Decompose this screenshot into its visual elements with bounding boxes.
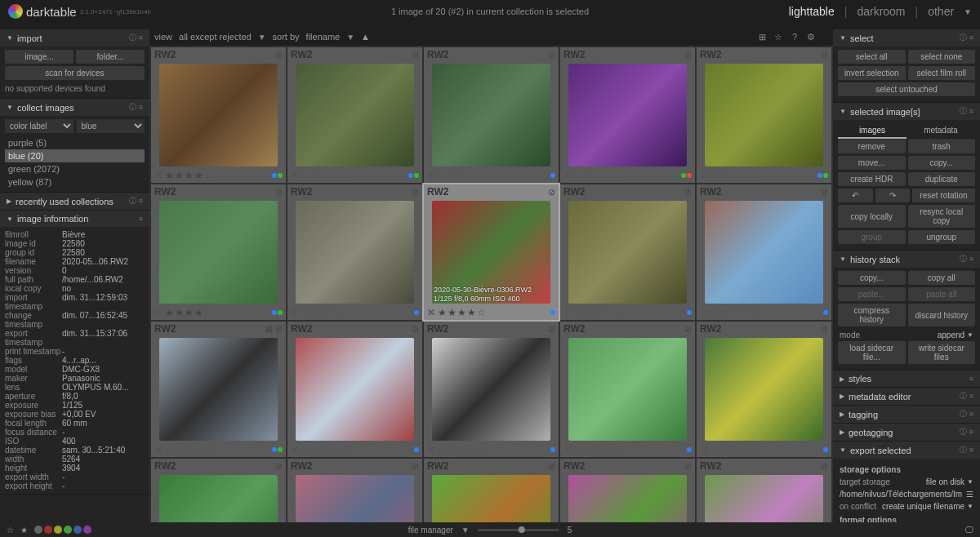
color-dots[interactable]	[681, 173, 692, 178]
reject-icon[interactable]: ✕	[700, 444, 708, 455]
group-button[interactable]: group	[838, 230, 906, 244]
color-dots[interactable]	[550, 310, 555, 315]
star-rating[interactable]: ☆☆☆☆☆	[710, 307, 760, 318]
color-dots[interactable]	[823, 310, 828, 315]
thumb-image[interactable]	[296, 201, 414, 304]
rotate-left-button[interactable]: ↶	[838, 189, 873, 202]
collect-item[interactable]: yellow (87)	[5, 175, 145, 189]
reject-icon[interactable]: ✕	[154, 307, 163, 318]
star-0-icon[interactable]: ☆	[7, 526, 14, 535]
star-rating[interactable]: ☆☆☆☆☆	[574, 170, 623, 181]
sort-field[interactable]: filename	[306, 32, 341, 42]
select-filmroll-button[interactable]: select film roll	[908, 66, 976, 80]
color-dots[interactable]	[414, 447, 419, 452]
reject-icon[interactable]: ✕	[427, 307, 435, 318]
recent-header[interactable]: ▶recently used collectionsⓘ ≡	[0, 193, 149, 210]
color-dots[interactable]	[550, 173, 555, 178]
color-dots[interactable]	[550, 447, 555, 452]
scan-devices-button[interactable]: scan for devices	[5, 66, 145, 80]
star-rating[interactable]: ☆☆☆☆☆	[301, 444, 350, 455]
color-dots[interactable]	[272, 173, 283, 178]
thumb-image[interactable]	[159, 201, 278, 304]
thumbnail[interactable]: RW2⊘✕☆☆☆☆☆	[287, 184, 422, 320]
reject-icon[interactable]: ✕	[700, 170, 708, 181]
star-rating[interactable]: ☆☆☆☆☆	[574, 444, 623, 455]
color-dots[interactable]	[687, 310, 692, 315]
thumbnail[interactable]: RW2⊘✕☆☆☆☆☆	[287, 47, 422, 183]
thumbnail[interactable]: RW2⊞ ⊘✕☆☆☆☆☆	[151, 322, 286, 457]
star-rating[interactable]: ☆☆☆☆☆	[710, 444, 760, 455]
color-dots[interactable]	[414, 310, 419, 315]
styles-header[interactable]: ▶styles≡	[833, 371, 980, 387]
thumbnail[interactable]: RW2⊘✕☆☆☆☆☆	[697, 47, 831, 183]
star-rating[interactable]: ☆☆☆☆☆	[301, 307, 350, 318]
thumbnail[interactable]: RW2⊘✕★★★★☆	[151, 184, 286, 320]
help-icon[interactable]: ?	[789, 31, 800, 42]
geotagging-header[interactable]: ▶geotaggingⓘ ≡	[833, 424, 980, 441]
swatch-grey[interactable]	[34, 526, 42, 534]
reject-icon[interactable]: ✕	[154, 170, 163, 181]
reject-icon[interactable]: ✕	[154, 444, 163, 455]
reset-rotation-button[interactable]: reset rotation	[912, 189, 975, 202]
star-rating[interactable]: ☆☆☆☆☆	[438, 444, 487, 455]
reject-icon[interactable]: ✕	[564, 307, 572, 318]
select-untouched-button[interactable]: select untouched	[838, 82, 975, 96]
invert-select-button[interactable]: invert selection	[838, 66, 906, 80]
view-filter[interactable]: all except rejected	[179, 32, 252, 42]
thumbnail[interactable]: RW2⊘✕☆☆☆☆☆	[287, 459, 422, 522]
reject-icon[interactable]: ✕	[564, 444, 572, 455]
thumbnail[interactable]: RW2⊘✕☆☆☆☆☆	[151, 459, 286, 522]
thumb-image[interactable]	[296, 475, 414, 522]
gear-icon[interactable]: ⚙	[805, 31, 817, 42]
export-path[interactable]: /home/nilvus/Téléchargements/Im	[840, 490, 966, 499]
discard-history-button[interactable]: discard history	[908, 304, 976, 326]
thumbnail[interactable]: RW2⊘✕☆☆☆☆☆	[560, 322, 695, 457]
zoom-slider[interactable]	[478, 529, 559, 531]
thumb-image[interactable]	[568, 475, 687, 522]
star-rating[interactable]: ★★★★☆	[165, 307, 214, 318]
select-all-button[interactable]: select all	[838, 50, 906, 64]
conflict-value[interactable]: create unique filename	[882, 502, 964, 511]
collect-item[interactable]: green (2072)	[5, 162, 145, 175]
mode-lighttable[interactable]: lighttable	[789, 5, 835, 18]
reject-icon[interactable]: ✕	[427, 170, 435, 181]
color-dots[interactable]	[687, 447, 692, 452]
chevron-down-icon[interactable]: ▼	[258, 33, 266, 42]
paste-all-button[interactable]: paste all	[908, 287, 976, 301]
thumb-image[interactable]	[432, 475, 550, 522]
thumb-image[interactable]	[568, 64, 687, 166]
thumbnail[interactable]: RW2⊘✕☆☆☆☆☆	[697, 184, 831, 320]
thumb-image[interactable]	[705, 338, 823, 441]
star-icon[interactable]: ☆	[773, 31, 784, 42]
thumb-image[interactable]	[705, 201, 823, 304]
thumb-image[interactable]	[296, 64, 414, 166]
remove-button[interactable]: remove	[838, 140, 906, 153]
thumbnail[interactable]: RW2⊘✕☆☆☆☆☆	[424, 322, 559, 457]
reject-icon[interactable]: ✕	[700, 307, 708, 318]
thumbnail[interactable]: RW2⊘✕☆☆☆☆☆	[424, 459, 559, 522]
reject-icon[interactable]: ✕	[291, 444, 299, 455]
color-dots[interactable]	[817, 173, 828, 178]
swatch-yellow[interactable]	[54, 526, 62, 534]
thumbnail[interactable]: RW2⊘✕★★★★☆	[151, 47, 286, 183]
modes-dropdown-icon[interactable]: ▼	[964, 7, 972, 16]
load-sidecar-button[interactable]: load sidecar file...	[838, 341, 906, 364]
copy-locally-button[interactable]: copy locally	[838, 205, 906, 228]
write-sidecar-button[interactable]: write sidecar files	[908, 341, 976, 364]
select-none-button[interactable]: select none	[908, 50, 976, 64]
copy-history-button[interactable]: copy...	[838, 271, 906, 285]
thumbnail[interactable]: RW2⊘✕☆☆☆☆☆	[697, 322, 831, 457]
collect-header[interactable]: ▼collect imagesⓘ ≡	[0, 99, 149, 116]
history-header[interactable]: ▼history stackⓘ ≡	[833, 251, 980, 268]
copy-all-button[interactable]: copy all	[908, 271, 976, 285]
resync-button[interactable]: resync local copy	[908, 205, 976, 228]
import-header[interactable]: ▼importⓘ ≡	[0, 29, 149, 47]
star-rating[interactable]: ☆☆☆☆☆	[165, 444, 214, 455]
compress-history-button[interactable]: compress history	[838, 304, 906, 326]
star-rating[interactable]: ☆☆☆☆☆	[574, 307, 623, 318]
select-header[interactable]: ▼selectⓘ ≡	[833, 29, 980, 47]
thumbnail[interactable]: RW2⊘✕★★★★☆2020-05-30-Bièvre-0306.RW21/12…	[424, 184, 559, 320]
thumb-image[interactable]	[159, 338, 278, 441]
thumb-image[interactable]	[568, 201, 687, 304]
thumb-image[interactable]	[705, 475, 823, 522]
